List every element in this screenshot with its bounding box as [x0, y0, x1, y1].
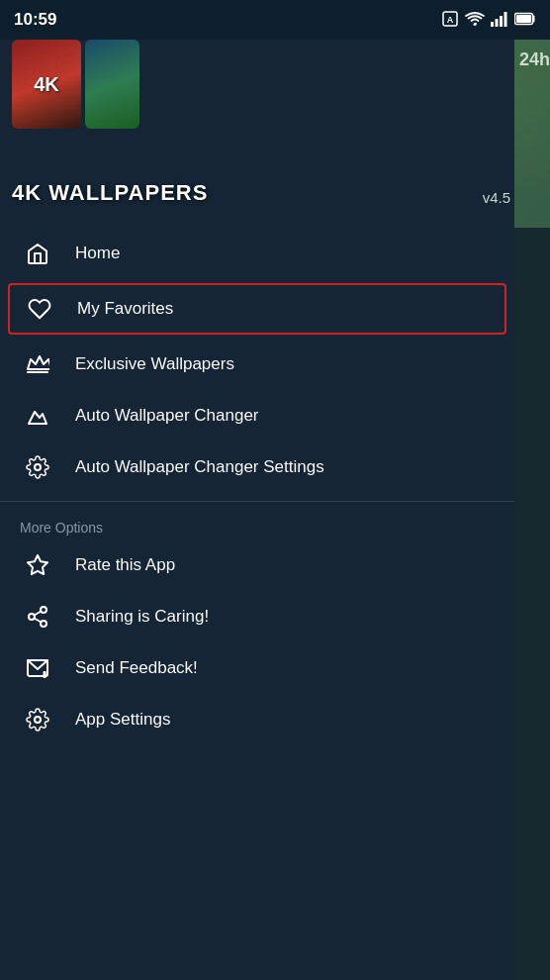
nav-item-auto-wallpaper-settings[interactable]: Auto Wallpaper Changer Settings — [0, 441, 514, 493]
nav-item-app-settings[interactable]: App Settings — [0, 694, 514, 745]
svg-rect-3 — [491, 22, 494, 27]
gear-settings-icon — [20, 455, 55, 479]
svg-text:!: ! — [44, 670, 46, 679]
svg-point-11 — [35, 464, 41, 470]
app-settings-icon — [20, 708, 55, 732]
nav-item-my-favorites[interactable]: My Favorites — [8, 283, 506, 335]
nav-label-home: Home — [75, 244, 120, 263]
svg-text:A: A — [447, 15, 454, 25]
status-bar: 10:59 A — [0, 0, 550, 40]
thumb-2 — [85, 40, 139, 129]
nav-label-sharing: Sharing is Caring! — [75, 607, 209, 627]
home-icon — [20, 242, 55, 265]
battery-icon — [514, 12, 536, 29]
svg-line-16 — [35, 619, 42, 623]
svg-rect-6 — [504, 12, 507, 27]
nav-label-rate-app: Rate this App — [75, 555, 175, 575]
thumbnail-area: 4K — [12, 40, 139, 129]
nav-item-home[interactable]: Home — [0, 228, 514, 279]
heart-icon — [22, 297, 57, 321]
nav-item-rate-app[interactable]: Rate this App — [0, 539, 514, 591]
mail-icon: ! — [20, 656, 55, 680]
svg-rect-8 — [516, 15, 531, 23]
nav-item-exclusive-wallpapers[interactable]: Exclusive Wallpapers — [0, 339, 514, 390]
more-options-label: More Options — [0, 510, 514, 539]
nav-label-feedback: Send Feedback! — [75, 658, 198, 678]
share-icon — [20, 605, 55, 629]
nav-label-my-favorites: My Favorites — [77, 299, 173, 319]
wifi-icon — [465, 11, 485, 30]
signal-icon — [491, 11, 508, 30]
nav-item-feedback[interactable]: ! Send Feedback! — [0, 642, 514, 694]
header-24h: 24h — [519, 49, 550, 70]
svg-marker-12 — [28, 555, 47, 574]
nav-label-app-settings: App Settings — [75, 710, 170, 730]
nav-list: Home My Favorites Exclusive Wallpapers — [0, 228, 514, 493]
star-icon — [20, 553, 55, 577]
status-icons: A — [441, 10, 536, 31]
crown-icon — [20, 352, 55, 376]
nav-item-sharing[interactable]: Sharing is Caring! — [0, 591, 514, 642]
header-title: 4K WALLPAPERS — [12, 180, 208, 206]
notification-icon: A — [441, 10, 459, 31]
background-peek — [514, 0, 550, 980]
nav-label-auto-wallpaper-settings: Auto Wallpaper Changer Settings — [75, 457, 324, 477]
status-time: 10:59 — [14, 10, 56, 30]
nav-label-auto-wallpaper-changer: Auto Wallpaper Changer — [75, 406, 259, 426]
header-title-area: 4K WALLPAPERS — [12, 180, 208, 206]
svg-point-21 — [35, 717, 41, 723]
nav-more-list: Rate this App Sharing is Caring! — [0, 539, 514, 745]
nav-label-exclusive-wallpapers: Exclusive Wallpapers — [75, 354, 234, 374]
svg-point-2 — [474, 23, 477, 26]
header-version: v4.5 — [483, 189, 510, 206]
svg-rect-5 — [500, 16, 503, 27]
navigation-drawer: Home My Favorites Exclusive Wallpapers — [0, 0, 514, 980]
k4-badge: 4K — [34, 73, 59, 96]
svg-marker-10 — [29, 412, 46, 424]
mountain-icon — [20, 404, 55, 428]
thumb-1: 4K — [12, 40, 81, 129]
svg-rect-4 — [496, 19, 499, 27]
nav-item-auto-wallpaper-changer[interactable]: Auto Wallpaper Changer — [0, 390, 514, 441]
divider-1 — [0, 501, 514, 502]
svg-line-17 — [35, 612, 42, 616]
